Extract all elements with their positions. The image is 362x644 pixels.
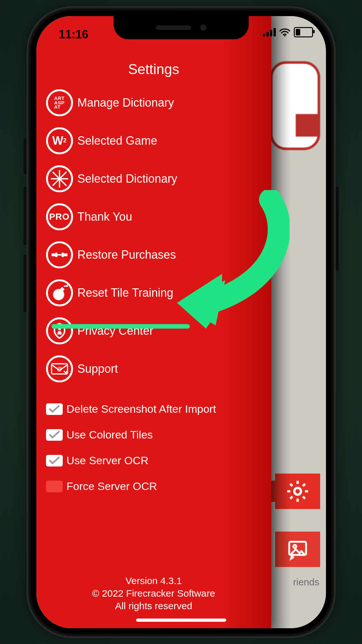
toggle-label: Force Server OCR [67,480,157,493]
shield-icon [46,317,73,344]
toggle-label: Delete Screenshot After Import [67,403,216,415]
bomb-icon [46,279,73,306]
toggle-server-ocr[interactable]: Use Server OCR [46,448,265,474]
mail-icon: @ [46,355,73,382]
toggle-force-server-ocr[interactable]: Force Server OCR [46,474,265,499]
speaker-grille [156,25,191,30]
menu-label: Selected Game [78,134,157,148]
game-icon: W2 [46,127,73,154]
status-time: 11:16 [59,28,88,41]
menu-item-support[interactable]: @ Support [46,350,265,388]
power-button [336,187,339,271]
menu-item-selected-game[interactable]: W2 Selected Game [46,122,265,160]
pro-icon: PRO [46,203,73,230]
toggle-label: Use Colored Tiles [67,428,153,441]
checkbox-off-icon [46,481,63,492]
settings-toggles: Delete Screenshot After Import Use Color… [46,396,265,499]
toggle-colored-tiles[interactable]: Use Colored Tiles [46,422,265,448]
menu-label: Restore Purchases [78,248,176,262]
rights-text: All rights reserved [36,600,271,612]
menu-item-manage-dictionary[interactable]: ARTASPAT Manage Dictionary [46,84,265,122]
version-text: Version 4.3.1 [36,574,271,587]
svg-text:@: @ [57,366,62,372]
menu-label: Reset Tile Training [78,286,173,300]
battery-icon [294,27,313,37]
friends-label-partial: riends [293,577,320,588]
menu-label: Support [78,362,118,376]
checkbox-on-icon [46,403,63,415]
home-indicator[interactable] [136,619,226,622]
panel-title: Settings [36,61,271,77]
dictionary-icon: ARTASPAT [46,89,73,116]
svg-rect-8 [55,253,57,257]
notch [114,16,249,39]
cell-signal-icon [263,28,276,36]
copyright-text: © 2022 Firecracker Software [36,587,271,600]
side-button [23,139,27,174]
svg-rect-7 [51,253,55,256]
svg-rect-11 [57,254,62,255]
annotation-arrow-icon [167,190,290,329]
checkbox-on-icon [46,429,63,441]
checkbox-on-icon [46,455,63,466]
svg-point-2 [293,545,296,548]
front-camera [200,24,207,31]
svg-point-17 [284,35,285,36]
menu-label: Selected Dictionary [78,172,177,186]
footer: Version 4.3.1 © 2022 Firecracker Softwar… [36,574,271,612]
svg-rect-10 [64,253,67,256]
svg-rect-9 [61,253,64,257]
toggle-delete-screenshot[interactable]: Delete Screenshot After Import [46,396,265,422]
menu-label: Thank You [78,210,132,224]
svg-point-0 [294,488,301,495]
flags-icon [46,165,73,192]
menu-label: Manage Dictionary [78,96,174,110]
wifi-icon [279,28,291,37]
toggle-label: Use Server OCR [67,454,149,467]
volume-down-button [23,255,27,312]
volume-up-button [23,187,27,245]
plug-icon [46,241,73,268]
